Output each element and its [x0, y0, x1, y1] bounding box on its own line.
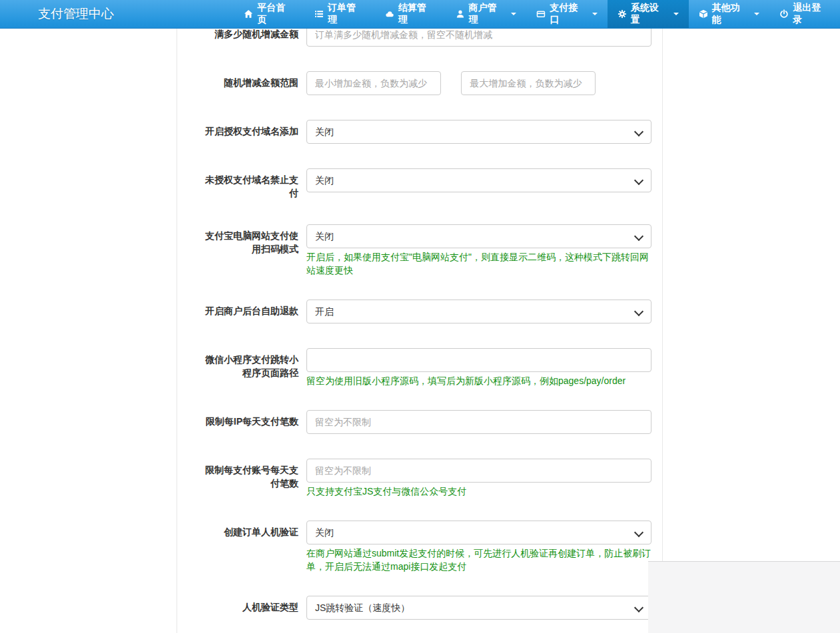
gear-icon: [618, 9, 627, 19]
user-icon: [456, 9, 465, 19]
nav-item-label: 订单管理: [328, 2, 365, 26]
form-row-captcha-type: 人机验证类型 JS跳转验证（速度快）: [177, 596, 662, 620]
order-captcha-select[interactable]: 关闭: [306, 521, 651, 544]
list-icon: [314, 9, 324, 19]
power-icon: [779, 9, 789, 19]
select-value: JS跳转验证（速度快）: [315, 596, 410, 619]
miniprogram-path-input[interactable]: [306, 348, 651, 372]
random-amount-max-input[interactable]: [461, 71, 596, 95]
form-row-order-captcha: 创建订单人机验证 关闭 在商户网站通过submit发起支付的时候，可先进行人机验…: [177, 521, 662, 573]
nav-item-settlement-management[interactable]: 结算管理: [375, 0, 446, 28]
form-row-unauth-domain-block: 未授权支付域名禁止支付 关闭: [177, 168, 662, 200]
nav-item-other-functions[interactable]: 其他功能: [689, 0, 770, 28]
nav-item-label: 支付接口: [550, 2, 587, 26]
form-row-ip-daily-limit: 限制每IP每天支付笔数: [177, 410, 662, 434]
select-value: 关闭: [315, 169, 334, 192]
nav-item-label: 退出登录: [793, 2, 830, 26]
field-label: 未授权支付域名禁止支付: [199, 168, 298, 200]
nav-item-payment-interface[interactable]: 支付接口: [526, 0, 608, 28]
top-navbar: 支付管理中心 平台首页 订单管理 结算管理 商户管理 支付接口: [0, 0, 840, 29]
chevron-down-icon: [634, 232, 643, 241]
chevron-down-icon: [634, 127, 643, 136]
chevron-down-icon: [634, 307, 643, 316]
form-row-auth-domain-add: 开启授权支付域名添加 关闭: [177, 120, 662, 144]
app-title: 支付管理中心: [0, 0, 210, 28]
field-label: 人机验证类型: [199, 596, 298, 620]
field-label: 限制每IP每天支付笔数: [199, 410, 298, 434]
cloud-icon: [385, 9, 394, 19]
select-value: 关闭: [315, 120, 334, 143]
help-text: 留空为使用旧版小程序源码，填写后为新版小程序源码，例如pages/pay/ord…: [306, 374, 651, 387]
select-value: 开启: [315, 300, 334, 323]
account-daily-limit-input[interactable]: [306, 459, 651, 483]
help-text: 在商户网站通过submit发起支付的时候，可先进行人机验证再创建订单，防止被刷订…: [306, 546, 651, 573]
caret-down-icon: [592, 13, 598, 15]
caret-down-icon: [511, 13, 516, 15]
home-icon: [244, 9, 253, 19]
ip-daily-limit-input[interactable]: [306, 410, 651, 434]
auth-domain-add-select[interactable]: 关闭: [306, 120, 651, 144]
nav-item-system-settings[interactable]: 系统设置: [608, 0, 689, 28]
nav-item-label: 系统设置: [631, 2, 668, 26]
field-label: 创建订单人机验证: [199, 521, 298, 573]
nav-item-platform-home[interactable]: 平台首页: [234, 0, 304, 28]
field-label: 开启商户后台自助退款: [199, 300, 298, 323]
merchant-self-refund-select[interactable]: 开启: [306, 300, 651, 323]
form-row-alipay-qrcode-mode: 支付宝电脑网站支付使用扫码模式 关闭 开启后，如果使用支付宝"电脑网站支付"，则…: [177, 224, 662, 277]
field-label: 限制每支付账号每天支付笔数: [199, 459, 298, 498]
nav-item-label: 其他功能: [712, 2, 749, 26]
nav-item-label: 商户管理: [468, 2, 506, 26]
nav-item-merchant-management[interactable]: 商户管理: [446, 0, 527, 28]
nav-item-order-management[interactable]: 订单管理: [304, 0, 375, 28]
captcha-type-select[interactable]: JS跳转验证（速度快）: [306, 596, 651, 620]
chevron-down-icon: [634, 603, 643, 612]
form-row-random-amount-range: 随机增减金额范围: [177, 71, 662, 95]
chevron-down-icon: [634, 176, 643, 185]
help-text: 开启后，如果使用支付宝"电脑网站支付"，则直接显示二维码，这种模式下跳转回网站速…: [306, 250, 651, 277]
help-text: 只支持支付宝JS支付与微信公众号支付: [306, 485, 651, 498]
select-value: 关闭: [315, 521, 334, 544]
nav-item-logout[interactable]: 退出登录: [769, 0, 840, 28]
field-label: 随机增减金额范围: [199, 71, 298, 95]
caret-down-icon: [673, 13, 679, 15]
form-row-account-daily-limit: 限制每支付账号每天支付笔数 只支持支付宝JS支付与微信公众号支付: [177, 459, 662, 498]
random-amount-min-input[interactable]: [306, 71, 441, 95]
cube-icon: [699, 9, 708, 19]
nav-menu: 平台首页 订单管理 结算管理 商户管理 支付接口: [234, 0, 840, 28]
field-label: 支付宝电脑网站支付使用扫码模式: [199, 224, 298, 277]
select-value: 关闭: [315, 225, 334, 248]
page: 支付管理中心 平台首页 订单管理 结算管理 商户管理 支付接口: [0, 0, 840, 633]
field-label: 微信小程序支付跳转小程序页面路径: [199, 348, 298, 387]
bottom-right-overlay: [648, 561, 840, 633]
nav-item-label: 结算管理: [398, 2, 436, 26]
form-row-miniprogram-path: 微信小程序支付跳转小程序页面路径 留空为使用旧版小程序源码，填写后为新版小程序源…: [177, 348, 662, 387]
field-label: 开启授权支付域名添加: [199, 120, 298, 144]
unauth-domain-block-select[interactable]: 关闭: [306, 168, 651, 192]
nav-item-label: 平台首页: [257, 2, 294, 26]
form-row-merchant-self-refund: 开启商户后台自助退款 开启: [177, 300, 662, 323]
settings-form-panel: 满多少随机增减金额 随机增减金额范围 开启授权支付域名添加 关闭: [177, 28, 663, 633]
caret-down-icon: [754, 13, 759, 15]
chevron-down-icon: [634, 528, 643, 537]
alipay-qrcode-mode-select[interactable]: 关闭: [306, 224, 651, 248]
credit-card-icon: [536, 9, 546, 19]
